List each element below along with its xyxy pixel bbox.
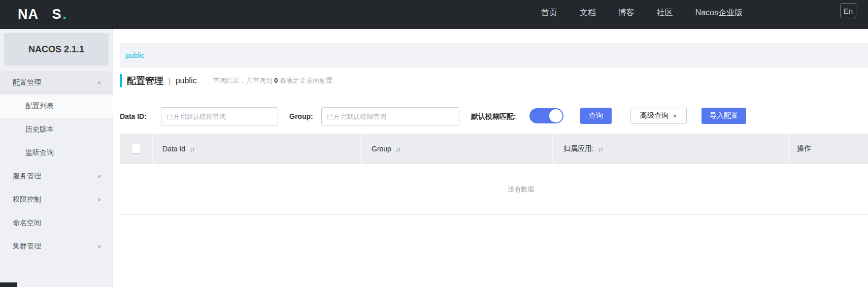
version-title: NACOS 2.1.1 [4, 33, 109, 66]
nav-docs[interactable]: 文档 [580, 8, 596, 18]
toggle-knob [549, 109, 562, 122]
nav-blog[interactable]: 博客 [618, 8, 635, 18]
group-label: Group: [289, 112, 313, 120]
import-config-button[interactable]: 导入配置 [702, 108, 746, 124]
column-header-group[interactable]: Group ↓↑ [372, 134, 400, 164]
sort-icon: ↓↑ [395, 145, 400, 153]
logo-dot: . [63, 7, 68, 22]
logo-text-s: S [52, 7, 62, 22]
sidebar: NACOS 2.1.1 配置管理 ∧ 配置列表 历史版本 监听查询 服务管理 ∨… [0, 29, 113, 287]
column-header-application[interactable]: 归属应用: ↓↑ [563, 134, 603, 164]
data-id-label: Data ID: [120, 112, 147, 120]
table-empty-state: 没有数据 [120, 164, 868, 215]
chevron-down-icon: ∨ [97, 197, 102, 202]
page-title: 配置管理 [127, 75, 163, 87]
column-divider [152, 134, 153, 164]
column-header-data-id[interactable]: Data Id ↓↑ [162, 134, 194, 164]
sidebar-menu: 配置管理 ∧ 配置列表 历史版本 监听查询 服务管理 ∨ 权限控制 ∨ 命名空间… [0, 71, 113, 258]
title-separator: | [169, 77, 171, 85]
chevron-down-icon: ∨ [97, 243, 102, 249]
fuzzy-match-label: 默认模糊匹配: [471, 112, 516, 121]
nacos-logo[interactable]: NA∞S. [18, 0, 67, 29]
empty-text: 没有数据 [508, 185, 535, 194]
nav-home[interactable]: 首页 [541, 8, 557, 18]
sidebar-item-history-versions[interactable]: 历史版本 [0, 118, 113, 141]
column-divider [788, 134, 789, 164]
column-divider [552, 134, 553, 164]
table-header: Data Id ↓↑ Group ↓↑ 归属应用: ↓↑ 操作 [120, 134, 868, 164]
column-header-actions: 操作 [797, 134, 811, 164]
sidebar-item-service-management[interactable]: 服务管理 ∨ [0, 165, 113, 188]
sidebar-item-config-management[interactable]: 配置管理 ∧ [0, 71, 113, 94]
data-id-input[interactable] [161, 107, 278, 125]
namespace-bar: public [120, 43, 868, 68]
top-nav: 首页 文档 博客 社区 Nacos企业版 [541, 0, 743, 25]
nav-community[interactable]: 社区 [657, 8, 673, 18]
fuzzy-match-toggle[interactable] [529, 108, 563, 123]
column-divider [360, 134, 361, 164]
query-result-summary: 查询结果：共查询到 0 条满足要求的配置。 [213, 76, 339, 85]
select-all-checkbox[interactable] [131, 144, 141, 154]
chevron-down-icon: ∨ [97, 173, 102, 179]
sort-icon: ↓↑ [189, 145, 194, 153]
search-button[interactable]: 查询 [580, 108, 612, 124]
logo-text-na: NA [18, 7, 39, 22]
group-input[interactable] [321, 107, 459, 125]
chevron-up-icon: ∧ [97, 80, 102, 85]
namespace-tab-public[interactable]: public [126, 51, 145, 59]
sidebar-item-listener-query[interactable]: 监听查询 [0, 141, 113, 165]
page-header: 配置管理 | public 查询结果：共查询到 0 条满足要求的配置。 [120, 72, 339, 89]
sidebar-collapse-strip[interactable] [0, 282, 17, 287]
sidebar-item-namespace[interactable]: 命名空间 [0, 211, 113, 235]
top-bar: NA∞S. 首页 文档 博客 社区 Nacos企业版 En [0, 0, 868, 29]
advanced-search-button[interactable]: 高级查询 ∨ [630, 108, 687, 124]
language-toggle-button[interactable]: En [840, 3, 856, 18]
nav-enterprise[interactable]: Nacos企业版 [695, 8, 743, 18]
sort-icon: ↓↑ [598, 145, 603, 153]
title-accent-bar [120, 74, 122, 87]
page-title-namespace: public [176, 76, 197, 85]
chevron-down-icon: ∨ [673, 113, 677, 118]
sidebar-item-config-list[interactable]: 配置列表 [0, 94, 113, 118]
sidebar-item-permission-control[interactable]: 权限控制 ∨ [0, 188, 113, 211]
sidebar-item-cluster-management[interactable]: 集群管理 ∨ [0, 235, 113, 258]
